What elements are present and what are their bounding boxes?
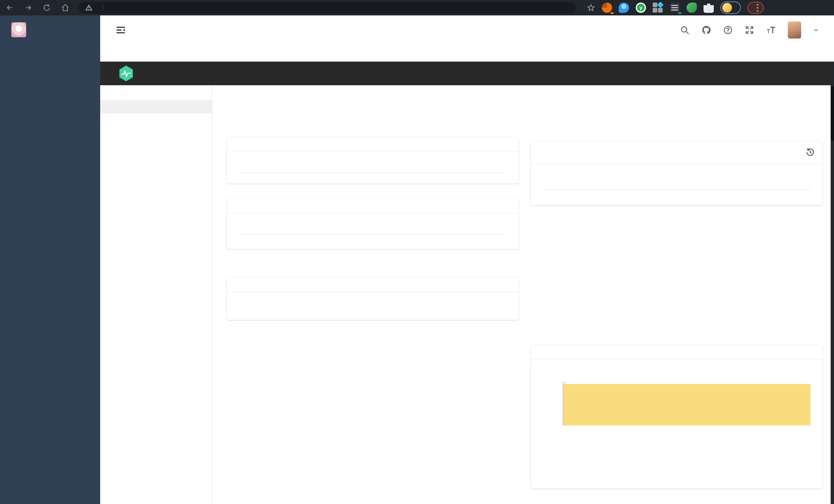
extensions-puzzle-icon[interactable]	[704, 3, 714, 13]
cards-column-left	[226, 137, 519, 320]
cards-grid	[212, 137, 834, 488]
card-threads-header	[531, 345, 823, 360]
threads-chart	[538, 381, 814, 426]
user-menu-caret-icon[interactable]	[813, 27, 819, 33]
card-threads	[531, 345, 823, 488]
forward-icon[interactable]	[24, 4, 32, 12]
app-logo-row[interactable]	[0, 16, 100, 44]
info-row-git	[239, 164, 506, 173]
health-history-icon[interactable]	[806, 148, 814, 157]
card-metadata	[226, 199, 519, 249]
extension-icon-pin[interactable]	[619, 3, 629, 13]
sba-scrollbar[interactable]	[831, 62, 834, 504]
card-info-body	[226, 152, 519, 184]
browser-menu-icon[interactable]	[757, 4, 759, 12]
extension-icon-on[interactable]	[670, 3, 680, 13]
browser-actions: y	[587, 2, 764, 14]
reload-icon[interactable]	[43, 4, 51, 12]
address-bar[interactable]	[79, 2, 576, 13]
fullscreen-icon[interactable]	[745, 25, 754, 35]
card-info-header	[226, 137, 519, 152]
app-logo	[11, 22, 26, 37]
extension-icon-y[interactable]: y	[636, 3, 646, 13]
sba-sidebar	[100, 85, 212, 504]
browser-toolbar: y	[0, 0, 834, 16]
card-process-body	[226, 292, 519, 320]
browser-nav-buttons	[6, 4, 69, 12]
extension-icon-leaf[interactable]	[686, 3, 697, 13]
metadata-row-startup	[239, 227, 506, 235]
admin-main	[100, 16, 834, 504]
health-row-instance	[543, 182, 811, 190]
header-actions	[680, 22, 819, 39]
card-process-header	[226, 277, 519, 292]
admin-sidebar	[0, 16, 100, 504]
help-icon[interactable]	[723, 25, 733, 35]
card-health	[531, 141, 823, 205]
insecure-warning-icon[interactable]	[85, 4, 92, 11]
back-icon[interactable]	[6, 4, 14, 12]
github-icon[interactable]	[701, 25, 711, 35]
extension-icon-grid[interactable]	[653, 3, 663, 13]
insights-section	[100, 100, 212, 113]
sba-header	[100, 62, 834, 85]
user-avatar[interactable]	[788, 22, 801, 39]
sba-brand[interactable]	[119, 65, 140, 82]
card-process	[226, 277, 519, 320]
sba-scrollbar-thumb[interactable]	[831, 86, 834, 141]
tag-view-bar	[100, 45, 834, 62]
bookmark-star-icon[interactable]	[587, 4, 595, 12]
screen: y	[0, 0, 834, 504]
card-health-body	[531, 164, 823, 205]
card-metadata-body	[226, 213, 519, 249]
card-threads-body	[531, 360, 823, 426]
app-header	[100, 16, 834, 45]
font-size-icon[interactable]	[766, 25, 776, 35]
cards-column-right	[531, 141, 823, 488]
card-info	[226, 137, 519, 184]
sba-body	[100, 85, 834, 504]
card-health-header	[531, 141, 823, 164]
home-icon[interactable]	[61, 4, 69, 12]
chrome-update-button[interactable]	[747, 2, 764, 14]
profile-paused-badge[interactable]	[721, 2, 741, 14]
search-icon[interactable]	[680, 25, 690, 35]
insights-label	[100, 100, 212, 113]
sidebar-collapse-icon[interactable]	[115, 24, 126, 36]
sba-instance-header[interactable]	[100, 85, 212, 100]
card-metadata-header	[226, 199, 519, 213]
sba-logo-icon	[119, 65, 134, 82]
extension-icon-c[interactable]	[602, 3, 612, 13]
sba-content	[212, 85, 834, 504]
profile-avatar-emoji	[722, 3, 732, 13]
